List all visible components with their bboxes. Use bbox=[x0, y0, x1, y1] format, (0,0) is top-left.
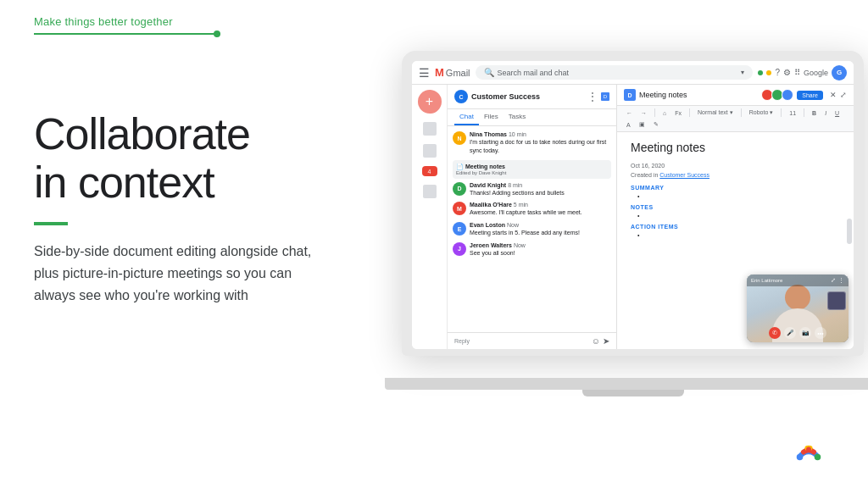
sender-maalika: Maalika O'Hare 5 min bbox=[470, 202, 611, 208]
text-david: Thanks! Adding sections and bullets bbox=[470, 189, 611, 197]
message-maalika: M Maalika O'Hare 5 min Awesome. I'll cap… bbox=[453, 202, 611, 217]
fx-btn[interactable]: Fx bbox=[672, 109, 684, 117]
cloud-svg bbox=[783, 433, 834, 471]
avatar-maalika: M bbox=[453, 202, 466, 215]
search-placeholder: Search mail and chat bbox=[498, 69, 570, 77]
text-style-dropdown[interactable]: Normal text ▾ bbox=[695, 108, 736, 117]
video-controls: ✆ 🎤 📷 ••• bbox=[769, 327, 826, 339]
sender-evan: Evan Loston Now bbox=[470, 222, 611, 228]
doc-panel: D Meeting notes Share ✕ ⤢ bbox=[617, 85, 854, 349]
gmail-logo: M Gmail bbox=[435, 66, 470, 79]
doc-created-link[interactable]: Customer Success bbox=[659, 172, 709, 178]
google-cloud-logo bbox=[783, 433, 834, 471]
time-jeroen: Now bbox=[514, 242, 526, 248]
chat-reply-bar[interactable]: Reply ☺ ➤ bbox=[448, 332, 616, 349]
redo-icon[interactable]: → bbox=[638, 109, 649, 117]
toolbar-sep-4 bbox=[781, 108, 782, 117]
message-jeroen: J Jeroen Walters Now See you all soon! bbox=[453, 242, 611, 258]
avatar-nina: N bbox=[453, 131, 466, 145]
doc-expand-icon[interactable]: ⤢ bbox=[840, 91, 847, 99]
tab-tasks[interactable]: Tasks bbox=[504, 109, 531, 125]
gmail-logo-text: Gmail bbox=[446, 68, 470, 78]
video-more-icon[interactable]: ⋮ bbox=[838, 277, 844, 284]
video-expand-icon[interactable]: ⤢ bbox=[831, 277, 836, 284]
avatar-evan: E bbox=[453, 222, 466, 236]
chat-channel-title: Customer Success bbox=[471, 92, 584, 101]
gmail-m-letter: M bbox=[435, 66, 444, 79]
laptop-screen: ☰ M Gmail 🔍 Search mail and chat ▾ bbox=[412, 61, 854, 349]
time-david: 8 min bbox=[508, 182, 522, 188]
doc-created-in: Created in Customer Success bbox=[631, 172, 709, 178]
section-action-items-label: ACTION ITEMS bbox=[631, 224, 840, 230]
doc-preview-title: 📄 Meeting notes bbox=[456, 164, 608, 170]
starred-icon[interactable] bbox=[423, 144, 437, 158]
gmail-sidebar: + 4 bbox=[412, 85, 448, 349]
chat-more-icon[interactable]: ⋮ bbox=[587, 91, 598, 103]
notes-bullet-1 bbox=[631, 213, 840, 219]
video-participant-name: Erin Lattimore bbox=[751, 278, 828, 283]
doc-header: D Meeting notes Share ✕ ⤢ bbox=[617, 85, 854, 106]
text-maalika: Awesome. I'll capture tasks while we mee… bbox=[470, 208, 611, 217]
gmail-search-bar[interactable]: 🔍 Search mail and chat ▾ bbox=[476, 65, 754, 80]
font-size-field[interactable]: 11 bbox=[787, 109, 798, 117]
doc-type-icon: D bbox=[624, 89, 636, 101]
doc-title: Meeting notes bbox=[639, 91, 758, 99]
avatar-jeroen: J bbox=[453, 242, 466, 256]
description-text: Side-by-side document editing alongside … bbox=[34, 241, 322, 306]
apps-icon: ⠿ bbox=[794, 68, 800, 77]
menu-icon[interactable]: ☰ bbox=[419, 66, 430, 80]
svg-point-1 bbox=[815, 454, 821, 461]
chat-doc-icon: D bbox=[601, 92, 609, 101]
more-options-button[interactable]: ••• bbox=[815, 327, 826, 339]
toolbar-sep-1 bbox=[654, 108, 655, 117]
message-david: D David Knight 8 min Thanks! Adding sect… bbox=[453, 182, 611, 197]
send-icon[interactable]: ➤ bbox=[603, 336, 609, 346]
font-dropdown[interactable]: Roboto ▾ bbox=[747, 108, 776, 117]
msg-content-jeroen: Jeroen Walters Now See you all soon! bbox=[470, 242, 611, 258]
badge: 4 bbox=[422, 166, 437, 176]
svg-point-0 bbox=[797, 454, 804, 461]
left-content: Collaborate in context Side-by-side docu… bbox=[34, 110, 356, 306]
color-btn[interactable]: A bbox=[624, 121, 633, 129]
sent-icon[interactable] bbox=[423, 185, 437, 198]
heading-line2: in context bbox=[34, 158, 214, 207]
text-evan: Meeting starts in 5. Please add any item… bbox=[470, 229, 611, 237]
doc-close-icon[interactable]: ✕ bbox=[830, 91, 837, 99]
video-toggle-button[interactable]: 📷 bbox=[799, 327, 811, 339]
mute-button[interactable]: 🎤 bbox=[784, 327, 796, 339]
bold-btn[interactable]: B bbox=[810, 109, 819, 117]
person-head bbox=[785, 285, 810, 310]
user-avatar[interactable]: G bbox=[832, 65, 847, 80]
collaborator-avatar-3 bbox=[782, 89, 793, 101]
highlight-btn[interactable]: ▣ bbox=[637, 120, 648, 129]
self-video-thumb bbox=[827, 291, 846, 310]
laptop-body: ☰ M Gmail 🔍 Search mail and chat ▾ bbox=[402, 51, 864, 356]
search-dropdown-icon: ▾ bbox=[741, 69, 744, 76]
tagline-section: Make things better together bbox=[34, 15, 220, 35]
print-icon[interactable]: ⌂ bbox=[660, 109, 669, 117]
google-text: Google bbox=[804, 69, 828, 77]
section-notes-label: NOTES bbox=[631, 204, 840, 210]
undo-icon[interactable]: ← bbox=[624, 109, 635, 117]
tab-files[interactable]: Files bbox=[479, 109, 504, 125]
compose-button[interactable]: + bbox=[418, 90, 442, 114]
end-call-button[interactable]: ✆ bbox=[769, 327, 781, 339]
msg-content-evan: Evan Loston Now Meeting starts in 5. Ple… bbox=[470, 222, 611, 237]
summary-bullet-1 bbox=[631, 193, 840, 199]
link-btn[interactable]: ✎ bbox=[651, 120, 661, 129]
status-dot-green bbox=[758, 70, 763, 75]
doc-preview-card[interactable]: 📄 Meeting notes Edited by Dave Knight bbox=[453, 160, 611, 179]
share-button[interactable]: Share bbox=[797, 91, 823, 100]
chat-tabs: Chat Files Tasks bbox=[448, 109, 616, 126]
italic-btn[interactable]: I bbox=[822, 109, 829, 117]
section-summary-label: SUMMARY bbox=[631, 185, 840, 191]
sender-david: David Knight 8 min bbox=[470, 182, 611, 188]
underline-btn[interactable]: U bbox=[832, 109, 842, 117]
svg-point-2 bbox=[806, 447, 811, 452]
inbox-icon[interactable] bbox=[423, 122, 437, 136]
time-maalika: 5 min bbox=[514, 202, 528, 208]
scrollbar[interactable] bbox=[847, 219, 852, 244]
emoji-icon[interactable]: ☺ bbox=[592, 336, 600, 346]
tab-chat[interactable]: Chat bbox=[454, 109, 479, 125]
doc-collaborator-avatars bbox=[761, 89, 793, 101]
